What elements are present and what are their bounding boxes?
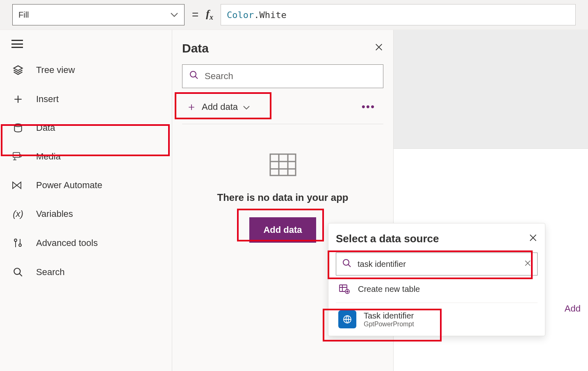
nav-label: Variables (36, 209, 73, 219)
plus-icon: ＋ (186, 100, 197, 114)
result-title: Task identifier (364, 311, 414, 321)
fx-icon[interactable]: fx (206, 8, 213, 22)
nav-label: Media (36, 151, 61, 162)
data-search-input[interactable]: Search (182, 64, 383, 88)
chevron-down-icon (243, 102, 250, 112)
nav-label: Tree view (36, 65, 75, 75)
result-text: Task identifier GptPowerPrompt (364, 311, 414, 328)
layers-icon (11, 64, 25, 76)
svg-point-4 (14, 268, 20, 274)
media-icon (11, 152, 25, 162)
nav-label: Insert (36, 94, 59, 105)
svg-rect-6 (270, 154, 296, 175)
formula-input[interactable]: Color.White (221, 4, 576, 25)
property-dropdown[interactable]: Fill (12, 4, 185, 25)
picker-search-input[interactable] (336, 253, 538, 275)
hamburger-icon[interactable] (11, 40, 23, 48)
result-subtitle: GptPowerPrompt (364, 321, 414, 328)
svg-point-5 (190, 71, 196, 77)
picker-search-field[interactable] (358, 259, 518, 269)
tools-icon (11, 237, 25, 249)
add-data-button[interactable]: Add data (249, 217, 316, 243)
create-new-table[interactable]: Create new table (336, 275, 538, 303)
add-data-dropdown[interactable]: ＋ Add data (182, 97, 254, 116)
database-icon (11, 123, 25, 133)
nav-label: Data (36, 123, 55, 133)
left-nav: Tree view Insert Data Media Power Automa (0, 30, 172, 371)
nav-search[interactable]: Search (0, 258, 172, 287)
data-pane-title: Data (182, 41, 209, 55)
flow-icon (11, 180, 25, 190)
formula-token-class: Color (227, 10, 254, 20)
ai-model-icon (338, 310, 356, 328)
chevron-down-icon (170, 10, 178, 20)
empty-message: There is no data in your app (217, 192, 348, 203)
nav-advanced-tools[interactable]: Advanced tools (0, 228, 172, 258)
svg-rect-1 (13, 152, 20, 157)
data-source-picker: Select a data source Create new table Ta… (328, 223, 545, 336)
create-new-label: Create new table (358, 285, 420, 294)
svg-point-3 (19, 244, 21, 246)
nav-label: Search (36, 267, 65, 278)
more-icon[interactable]: ••• (362, 100, 380, 113)
canvas-background (394, 30, 588, 149)
close-icon[interactable] (374, 43, 383, 54)
nav-media[interactable]: Media (0, 142, 172, 171)
table-icon (269, 153, 297, 178)
clear-icon[interactable] (524, 259, 531, 269)
add-data-label: Add data (202, 102, 238, 112)
svg-point-0 (14, 124, 21, 127)
svg-point-2 (14, 239, 17, 241)
nav-tree-view[interactable]: Tree view (0, 55, 172, 85)
svg-point-7 (343, 259, 349, 265)
picker-title: Select a data source (336, 232, 439, 245)
nav-variables[interactable]: (x) Variables (0, 200, 172, 228)
data-source-result[interactable]: Task identifier GptPowerPrompt (336, 303, 538, 336)
nav-insert[interactable]: Insert (0, 85, 172, 114)
nav-power-automate[interactable]: Power Automate (0, 171, 172, 200)
nav-label: Power Automate (36, 180, 102, 191)
nav-label: Advanced tools (36, 238, 98, 248)
equals-sign: = (192, 8, 198, 21)
formula-token-prop: White (260, 10, 287, 20)
formula-token-dot: . (254, 10, 259, 20)
formula-bar: Fill = fx Color.White (0, 0, 588, 30)
search-icon (342, 258, 352, 270)
search-icon (11, 267, 25, 278)
search-placeholder: Search (205, 71, 233, 82)
search-icon (189, 70, 199, 82)
plus-icon (11, 94, 25, 105)
cut-off-label: Add (565, 303, 581, 314)
property-dropdown-value: Fill (18, 10, 29, 20)
variables-icon: (x) (11, 209, 25, 219)
close-icon[interactable] (529, 233, 538, 245)
nav-data[interactable]: Data (0, 114, 172, 142)
table-add-icon (338, 283, 351, 295)
